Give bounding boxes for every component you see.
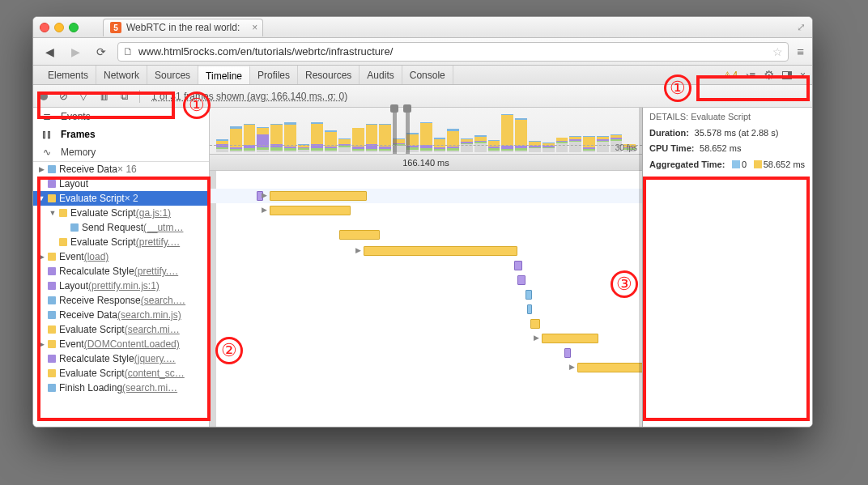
record-row[interactable]: ▶Event (load) — [33, 249, 209, 264]
devtools-tab-timeline[interactable]: Timeline — [198, 66, 250, 84]
records-list[interactable]: ▶Receive Data × 16Layout▼Evaluate Script… — [33, 162, 209, 427]
record-row[interactable]: Layout — [33, 177, 209, 191]
dock-side-icon[interactable] — [782, 71, 792, 79]
details-cpu-time: 58.652 ms — [700, 143, 741, 153]
site-info-icon[interactable]: 🗋 — [123, 45, 134, 57]
devtools-tab-console[interactable]: Console — [402, 66, 453, 84]
record-button[interactable] — [40, 92, 48, 100]
details-agg-time: 58.652 ms — [764, 160, 805, 169]
record-row[interactable]: Recalculate Style (jquery.… — [33, 351, 209, 366]
details-duration: 35.578 ms (at 2.88 s) — [695, 128, 779, 138]
flame-chart-toggle[interactable]: ⧉ — [121, 90, 128, 103]
record-row[interactable]: Receive Data (search.min.js) — [33, 308, 209, 322]
devtools-tab-network[interactable]: Network — [96, 66, 147, 84]
zoom-window-icon[interactable] — [69, 23, 79, 32]
browser-toolbar: ◀ ▶ ⟳ 🗋 www.html5rocks.com/en/tutorials/… — [33, 38, 812, 66]
garbage-collect-button[interactable]: 🗑 — [99, 90, 109, 102]
reload-button[interactable]: ⟳ — [91, 43, 111, 61]
titlebar: 5 WebRTC in the real world: × ⤢ — [33, 17, 812, 38]
details-title: DETAILS: Evaluate Script — [643, 108, 812, 126]
fps-guide-label: 30 fps — [615, 143, 637, 152]
devtools-tab-resources[interactable]: Resources — [298, 66, 360, 84]
devtools-tab-elements[interactable]: Elements — [33, 66, 96, 84]
browser-window: 5 WebRTC in the real world: × ⤢ ◀ ▶ ⟳ 🗋 … — [32, 16, 813, 428]
close-tab-icon[interactable]: × — [252, 22, 257, 33]
bookmark-icon[interactable]: ☆ — [772, 45, 783, 58]
filter-button[interactable]: ▽ — [79, 90, 87, 102]
close-devtools-icon[interactable]: × — [800, 70, 806, 81]
view-frames[interactable]: ⫿⫿Frames — [33, 126, 209, 143]
clear-button[interactable]: ⊘ — [59, 90, 68, 102]
fullscreen-icon[interactable]: ⤢ — [797, 21, 806, 33]
settings-gear-icon[interactable]: ⚙ — [764, 68, 774, 83]
tab-title: WebRTC in the real world: — [126, 22, 240, 33]
events-icon: ≣ — [40, 111, 54, 122]
record-row[interactable]: Finish Loading (search.mi… — [33, 381, 209, 395]
record-row[interactable]: ▼Evaluate Script × 2 — [33, 191, 209, 206]
timeline-main: 30 fps 166.140 ms ▶▶▶▶▶ — [210, 108, 642, 427]
flame-chart[interactable]: ▶▶▶▶▶ — [210, 171, 642, 427]
record-row[interactable]: Layout (prettify.min.js:1) — [33, 279, 209, 293]
warnings-badge[interactable]: ⚠4 — [723, 70, 738, 81]
record-row[interactable]: Evaluate Script (prettify.… — [33, 235, 209, 249]
record-row[interactable]: Evaluate Script (content_sc… — [33, 366, 209, 381]
overview-chart[interactable]: 30 fps 166.140 ms — [210, 108, 642, 171]
close-window-icon[interactable] — [40, 23, 49, 32]
html5-favicon-icon: 5 — [110, 22, 121, 33]
record-row[interactable]: Recalculate Style (prettify.… — [33, 264, 209, 279]
devtools-tab-audits[interactable]: Audits — [360, 66, 402, 84]
chrome-menu-icon[interactable]: ≡ — [795, 45, 806, 58]
record-row[interactable]: Evaluate Script (search.mi… — [33, 322, 209, 337]
browser-tab[interactable]: 5 WebRTC in the real world: × — [103, 19, 263, 36]
url-text: www.html5rocks.com/en/tutorials/webrtc/i… — [138, 45, 393, 57]
record-row[interactable]: ▼Evaluate Script (ga.js:1) — [33, 206, 209, 220]
devtools-tab-profiles[interactable]: Profiles — [250, 66, 298, 84]
window-controls — [40, 23, 79, 32]
devtools-panel: ElementsNetworkSourcesTimelineProfilesRe… — [33, 66, 812, 427]
timeline-toolbar: ⊘ ▽ 🗑 ⧉ 1 of 31 frames shown (avg: 166.1… — [33, 85, 812, 108]
minimize-window-icon[interactable] — [54, 23, 64, 32]
timeline-sidebar: ≣Events ⫿⫿Frames ∿Memory ▶Receive Data ×… — [33, 108, 210, 427]
frames-status-text: 1 of 31 frames shown (avg: 166.140 ms, σ… — [151, 91, 347, 102]
record-row[interactable]: Receive Response (search.… — [33, 293, 209, 308]
view-events[interactable]: ≣Events — [33, 108, 209, 126]
view-memory[interactable]: ∿Memory — [33, 143, 209, 161]
forward-button[interactable]: ▶ — [66, 43, 85, 61]
frames-icon: ⫿⫿ — [40, 129, 54, 140]
console-drawer-icon[interactable]: ›≡ — [746, 69, 755, 81]
devtools-tabbar: ElementsNetworkSourcesTimelineProfilesRe… — [33, 66, 812, 85]
record-row[interactable]: ▶Receive Data × 16 — [33, 162, 209, 177]
memory-icon: ∿ — [40, 147, 54, 158]
time-ruler: 166.140 ms — [210, 154, 642, 170]
details-pane: DETAILS: Evaluate Script Duration: 35.57… — [642, 108, 812, 427]
address-bar[interactable]: 🗋 www.html5rocks.com/en/tutorials/webrtc… — [117, 42, 789, 62]
record-row[interactable]: ▶Event (DOMContentLoaded) — [33, 337, 209, 351]
record-row[interactable]: Send Request (__utm… — [33, 220, 209, 235]
devtools-tab-sources[interactable]: Sources — [147, 66, 198, 84]
back-button[interactable]: ◀ — [40, 43, 59, 61]
